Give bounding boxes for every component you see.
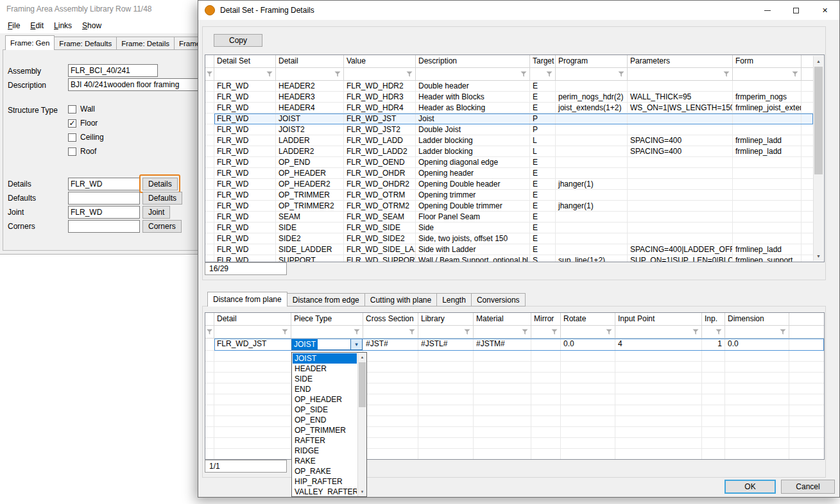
cell-cross-section[interactable] xyxy=(363,362,418,373)
column-header-program[interactable]: Program xyxy=(556,55,628,68)
dropdown-scroll-down-button[interactable]: ▼ xyxy=(358,487,366,496)
dropdown-item-hip-rafter[interactable]: HIP_RAFTER xyxy=(293,476,357,487)
cell-target[interactable]: E xyxy=(530,223,556,233)
cell-input-point[interactable] xyxy=(615,383,702,394)
cell-description[interactable]: Opening header xyxy=(416,168,530,179)
scroll-up-button[interactable]: ▲ xyxy=(814,56,823,66)
cell-dimension[interactable]: 0.0 xyxy=(725,339,789,351)
cell-form[interactable] xyxy=(733,157,801,168)
cell-detail[interactable]: SIDE xyxy=(276,223,344,233)
cell-cross-section[interactable] xyxy=(363,438,418,449)
cell-detail[interactable]: FLR_WD_JST xyxy=(214,339,291,351)
column-header-input-point[interactable]: Input Point xyxy=(615,313,702,326)
cell-detail[interactable] xyxy=(214,351,291,362)
cell-form[interactable] xyxy=(733,233,801,244)
row-selector[interactable] xyxy=(205,135,214,146)
cell-form[interactable]: frmlinep_support xyxy=(733,255,801,262)
cell-value[interactable]: FLR_WD_OEND xyxy=(344,157,416,168)
details-input[interactable] xyxy=(68,178,140,190)
dropdown-item-ridge[interactable]: RIDGE xyxy=(293,446,357,456)
menu-links[interactable]: Links xyxy=(49,19,77,32)
cell-detail[interactable] xyxy=(214,438,291,449)
cell-value[interactable]: FLR_WD_OTRM xyxy=(344,190,416,201)
filter-icon[interactable] xyxy=(606,329,612,335)
cell-mirror[interactable] xyxy=(531,438,561,449)
cell-target[interactable]: L xyxy=(530,135,556,146)
column-header-detail[interactable]: Detail xyxy=(214,313,291,326)
cell-input-point[interactable] xyxy=(615,351,702,362)
filter-icon[interactable] xyxy=(780,329,786,335)
tab-length[interactable]: Length xyxy=(436,293,472,307)
filter-cell-target[interactable] xyxy=(530,68,556,81)
cell-program[interactable] xyxy=(556,233,628,244)
library-tab-frame-gen[interactable]: Frame: Gen xyxy=(5,35,55,50)
dropdown-item-op-trimmer[interactable]: OP_TRIMMER xyxy=(293,425,357,435)
cell-detail[interactable]: HEADER4 xyxy=(276,103,344,113)
cell-parameters[interactable] xyxy=(628,179,733,190)
cell-parameters[interactable] xyxy=(628,168,733,179)
cell-rotate[interactable] xyxy=(561,438,615,449)
cell-material[interactable] xyxy=(474,362,531,373)
cell-detail-set[interactable]: FLR_WD xyxy=(214,212,276,223)
cell-detail[interactable] xyxy=(214,373,291,383)
cell-detail[interactable]: SIDE_LADDER xyxy=(276,244,344,255)
row-selector[interactable] xyxy=(205,416,214,427)
cell-value[interactable]: FLR_WD_HDR4 xyxy=(344,103,416,113)
cell-mirror[interactable] xyxy=(531,405,561,416)
filter-icon[interactable] xyxy=(207,329,213,335)
piece-type-combobox[interactable]: JOIST▾ xyxy=(291,339,363,350)
cell-parameters[interactable] xyxy=(628,157,733,168)
cell-detail-set[interactable]: FLR_WD xyxy=(214,157,276,168)
cell-dimension[interactable] xyxy=(725,351,789,362)
dropdown-item-end[interactable]: END xyxy=(293,384,357,394)
cell-mirror[interactable] xyxy=(531,339,561,351)
cell-library[interactable] xyxy=(418,405,474,416)
cell-detail[interactable]: SEAM xyxy=(276,212,344,223)
dropdown-scrollbar[interactable]: ▲ ▼ xyxy=(357,353,366,496)
maximize-button[interactable] xyxy=(782,1,810,20)
combo-dropdown-button[interactable]: ▾ xyxy=(350,339,362,349)
copy-button[interactable]: Copy xyxy=(214,34,262,47)
column-header-library[interactable]: Library xyxy=(418,313,474,326)
structure-option-ceiling[interactable]: Ceiling xyxy=(68,132,104,142)
cell-dimension[interactable] xyxy=(725,405,789,416)
cell-value[interactable]: FLR_WD_LADD2 xyxy=(344,146,416,157)
cell-parameters[interactable] xyxy=(628,113,733,124)
cell-description[interactable]: Side with Ladder xyxy=(416,244,530,255)
cell-material[interactable] xyxy=(474,405,531,416)
cell-input-point[interactable] xyxy=(615,438,702,449)
filter-cell-row-selector[interactable] xyxy=(205,326,214,339)
defaults-input[interactable] xyxy=(68,192,140,205)
cell-target[interactable]: E xyxy=(530,168,556,179)
cell-detail[interactable] xyxy=(214,416,291,427)
cell-detail-set[interactable]: FLR_WD xyxy=(214,81,276,92)
row-selector[interactable] xyxy=(205,179,214,190)
cell-detail[interactable] xyxy=(214,362,291,373)
scroll-thumb[interactable] xyxy=(814,67,823,174)
cell-rotate[interactable] xyxy=(561,449,615,459)
checkbox-roof[interactable] xyxy=(68,147,76,156)
cell-target[interactable]: E xyxy=(530,212,556,223)
column-header-form[interactable]: Form xyxy=(733,55,801,68)
filter-cell-detail-set[interactable] xyxy=(214,68,276,81)
cell-description[interactable]: Header as Blocking xyxy=(416,103,530,113)
column-header-detail-set[interactable]: Detail Set xyxy=(214,55,276,68)
cell-detail[interactable]: SUPPORT xyxy=(276,255,344,262)
filter-icon[interactable] xyxy=(792,71,798,78)
cell-parameters[interactable] xyxy=(628,190,733,201)
detail-row-side2[interactable]: FLR_WDSIDE2FLR_WD_SIDE2Side, two joists,… xyxy=(205,233,813,244)
cell-program[interactable]: jhanger(1) xyxy=(556,179,628,190)
cell-program[interactable]: perim_nogs_hdr(2) xyxy=(556,92,628,103)
column-header-description[interactable]: Description xyxy=(416,55,530,68)
detail-row-side[interactable]: FLR_WDSIDEFLR_WD_SIDESideE xyxy=(205,223,813,233)
library-tab-frame-defaults[interactable]: Frame: Defaults xyxy=(54,37,117,50)
dropdown-item-joist[interactable]: JOIST xyxy=(293,353,357,364)
cell-mirror[interactable] xyxy=(531,449,561,459)
filter-icon[interactable] xyxy=(522,329,528,335)
row-selector[interactable] xyxy=(205,103,214,113)
cancel-button[interactable]: Cancel xyxy=(781,480,835,494)
cell-material[interactable] xyxy=(474,427,531,438)
dropdown-item-valley-rafter[interactable]: VALLEY_RAFTER xyxy=(293,487,357,496)
cell-detail[interactable]: HEADER3 xyxy=(276,92,344,103)
cell-parameters[interactable] xyxy=(628,223,733,233)
